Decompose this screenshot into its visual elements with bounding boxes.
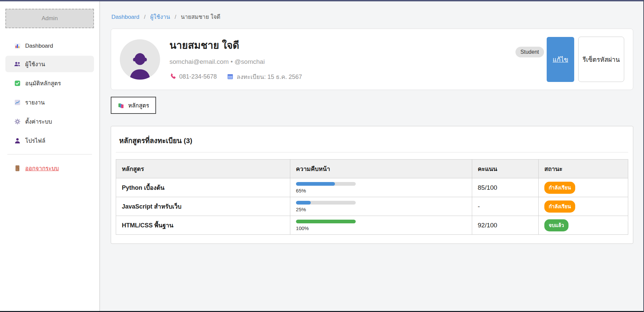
sidebar-item[interactable]: Dashboard xyxy=(5,39,94,53)
progress-bar-fill xyxy=(296,182,335,186)
column-header-status: สถานะ xyxy=(538,160,628,178)
table-row: HTML/CSS พื้นฐาน 100% 92/100 จบแล้ว xyxy=(116,216,628,235)
sidebar-item[interactable]: โปรไฟล์ xyxy=(5,132,94,149)
profile-meta: 081-234-5678 ลงทะเบียน: 15 ธ.ค. 2567 xyxy=(169,72,515,82)
users-icon xyxy=(14,61,21,68)
progress-bar-track xyxy=(296,201,356,205)
status-badge: กำลังเรียน xyxy=(544,200,575,213)
courses-table: หลักสูตร ความคืบหน้า คะแนน สถานะ Python … xyxy=(116,159,628,235)
sidebar-item-label: โปรไฟล์ xyxy=(25,136,45,145)
logout-label: ออกจากระบบ xyxy=(25,164,59,173)
breadcrumb: Dashboard / ผู้ใช้งาน / นายสมชาย ใจดี xyxy=(111,12,633,21)
progress-percent-label: 25% xyxy=(296,207,466,212)
profile-card: นายสมชาย ใจดี somchai@email.com • @somch… xyxy=(111,29,633,90)
table-row: JavaScript สำหรับเว็บ 25% - กำลังเรียน xyxy=(116,197,628,216)
course-name: JavaScript สำหรับเว็บ xyxy=(122,203,182,210)
table-row: Python เบื้องต้น 65% 85/100 กำลังเรียน xyxy=(116,178,628,197)
sidebar-item-label: อนุมัติหลักสูตร xyxy=(25,79,61,88)
course-score: 85/100 xyxy=(478,184,497,191)
course-score: - xyxy=(478,203,480,210)
avatar xyxy=(120,39,160,80)
column-header-progress: ความคืบหน้า xyxy=(290,160,472,178)
breadcrumb-separator: / xyxy=(175,14,176,20)
chart-up-icon xyxy=(14,99,21,106)
person-icon xyxy=(14,137,21,144)
breadcrumb-dashboard-link[interactable]: Dashboard xyxy=(111,14,139,20)
calendar-icon xyxy=(227,73,234,80)
progress-bar-fill xyxy=(296,220,356,223)
course-score: 92/100 xyxy=(478,222,497,229)
course-name: Python เบื้องต้น xyxy=(122,184,164,191)
sidebar-item-label: ตั้งค่าระบบ xyxy=(25,117,52,126)
profile-name: นายสมชาย ใจดี xyxy=(169,37,515,53)
sidebar-item-label: รายงาน xyxy=(25,98,45,107)
bar-chart-icon xyxy=(14,43,21,49)
course-name: HTML/CSS พื้นฐาน xyxy=(122,222,174,229)
table-header-row: หลักสูตร ความคืบหน้า คะแนน สถานะ xyxy=(116,160,628,178)
logout-link[interactable]: ออกจากระบบ xyxy=(5,160,94,176)
status-badge: จบแล้ว xyxy=(544,219,568,231)
column-header-course: หลักสูตร xyxy=(116,160,290,178)
profile-registered-value: ลงทะเบียน: 15 ธ.ค. 2567 xyxy=(237,72,302,82)
sidebar-item-label: ผู้ใช้งาน xyxy=(25,59,45,69)
sidebar-item[interactable]: ตั้งค่าระบบ xyxy=(5,113,94,130)
sidebar-item[interactable]: ผู้ใช้งาน xyxy=(5,56,94,72)
tab-courses-label: หลักสูตร xyxy=(128,101,149,110)
edit-button[interactable]: แก้ไข xyxy=(547,37,574,82)
progress-percent-label: 65% xyxy=(296,188,466,193)
progress-bar-fill xyxy=(296,201,311,205)
profile-info: นายสมชาย ใจดี somchai@email.com • @somch… xyxy=(169,37,515,82)
approve-check-icon xyxy=(14,80,21,87)
profile-email: somchai@email.com • @somchai xyxy=(169,58,515,65)
tab-row: หลักสูตร xyxy=(111,97,633,114)
column-header-score: คะแนน xyxy=(472,160,538,178)
main-content: Dashboard / ผู้ใช้งาน / นายสมชาย ใจดี นา… xyxy=(100,1,643,311)
admin-brand-box: Admin xyxy=(5,9,94,28)
progress-bar-track xyxy=(296,182,356,186)
profile-registered: ลงทะเบียน: 15 ธ.ค. 2567 xyxy=(227,72,302,82)
phone-icon xyxy=(169,73,176,80)
profile-actions: Student แก้ไข รีเซ็ตรหัสผ่าน xyxy=(515,37,624,82)
sidebar-item[interactable]: อนุมัติหลักสูตร xyxy=(5,75,94,91)
sidebar-item-label: Dashboard xyxy=(25,43,53,49)
sidebar-nav: Dashboard ผู้ใช้งาน อนุมัติหลักสูตร รายง… xyxy=(5,39,94,149)
profile-phone: 081-234-5678 xyxy=(169,73,217,80)
sidebar-divider xyxy=(7,154,92,154)
status-badge: กำลังเรียน xyxy=(544,182,575,194)
courses-card: หลักสูตรที่ลงทะเบียน (3) หลักสูตร ความคื… xyxy=(111,126,633,244)
admin-brand-label: Admin xyxy=(42,15,58,22)
page: Admin Dashboard ผู้ใช้งาน อนุมัติหลักสูต… xyxy=(0,1,643,311)
progress-bar-track xyxy=(296,220,356,223)
progress-percent-label: 100% xyxy=(296,225,466,231)
breadcrumb-users-link[interactable]: ผู้ใช้งาน xyxy=(150,14,170,20)
breadcrumb-separator: / xyxy=(144,14,146,20)
courses-title: หลักสูตรที่ลงทะเบียน (3) xyxy=(116,131,628,152)
door-icon xyxy=(14,165,21,172)
person-silhouette-icon xyxy=(127,51,153,80)
reset-password-button[interactable]: รีเซ็ตรหัสผ่าน xyxy=(578,37,624,82)
courses-divider xyxy=(116,152,628,152)
tab-courses[interactable]: หลักสูตร xyxy=(111,97,156,114)
sidebar-item[interactable]: รายงาน xyxy=(5,94,94,110)
gear-icon xyxy=(14,118,21,125)
breadcrumb-current: นายสมชาย ใจดี xyxy=(181,14,220,20)
sidebar: Admin Dashboard ผู้ใช้งาน อนุมัติหลักสูต… xyxy=(0,1,100,311)
books-icon xyxy=(118,102,125,109)
role-badge: Student xyxy=(515,47,544,57)
profile-phone-value: 081-234-5678 xyxy=(179,73,217,80)
